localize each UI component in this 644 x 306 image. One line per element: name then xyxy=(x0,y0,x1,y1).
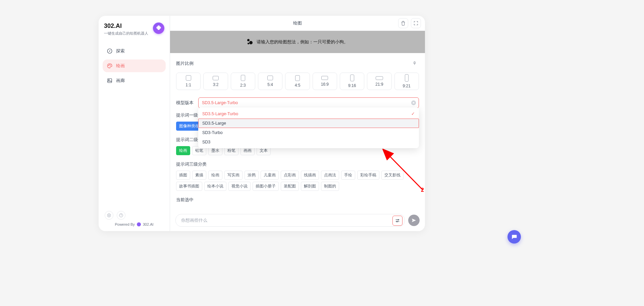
ratio-shape-icon xyxy=(321,76,328,80)
hint-text: 请输入您的绘图想法，例如：一只可爱的小狗。 xyxy=(257,39,348,45)
chip[interactable]: 视觉小说 xyxy=(228,182,251,191)
cat3-section: 提示词三级分类 插图素描绘画写实画涂鸦儿童画点彩画线描画点画法手绘彩绘手稿交叉影… xyxy=(176,161,419,191)
model-option[interactable]: SD3.5-Large xyxy=(198,119,419,128)
ratio-label: 4:5 xyxy=(295,83,301,88)
svg-point-7 xyxy=(108,215,110,216)
fullscreen-button[interactable] xyxy=(411,18,421,28)
ratio-option-16-9[interactable]: 16:9 xyxy=(313,73,337,90)
sidebar-item-gallery[interactable]: 画廊 xyxy=(103,74,166,87)
ratio-option-2-3[interactable]: 2:3 xyxy=(231,73,255,90)
sidebar-footer: Powered By 302.AI xyxy=(103,211,166,228)
pin-icon xyxy=(412,61,417,66)
model-option[interactable]: SD3 xyxy=(198,137,419,147)
sidebar-item-explore[interactable]: 探索 xyxy=(103,45,166,57)
chip[interactable]: 点画法 xyxy=(321,171,339,180)
ratio-section-title: 图片比例 xyxy=(176,60,194,67)
prompt-input[interactable]: 你想画些什么 xyxy=(175,214,405,227)
chip[interactable]: 绘本小说 xyxy=(204,182,226,191)
sidebar-item-label: 探索 xyxy=(116,48,125,54)
prompt-placeholder: 你想画些什么 xyxy=(181,217,207,223)
chip[interactable]: 插图 xyxy=(176,171,190,180)
chip[interactable]: 彩绘手稿 xyxy=(357,171,379,180)
sidebar: 302.AI 一键生成自己的绘图机器人 探索 绘画 画廊 xyxy=(99,16,170,231)
expand-icon xyxy=(413,20,419,26)
chat-fab-button[interactable] xyxy=(507,230,521,244)
powered-logo-icon xyxy=(137,222,141,226)
chip[interactable]: 绘画 xyxy=(208,171,222,180)
ratio-label: 1:1 xyxy=(185,83,191,87)
trash-icon xyxy=(400,20,406,26)
ratio-label: 21:9 xyxy=(375,82,383,87)
cat3-title: 提示词三级分类 xyxy=(176,161,419,167)
svg-point-3 xyxy=(109,64,110,65)
svg-marker-1 xyxy=(109,50,111,52)
image-icon xyxy=(107,78,113,84)
svg-rect-5 xyxy=(108,79,112,83)
svg-text:2: 2 xyxy=(421,187,424,192)
ratio-option-5-4[interactable]: 5:4 xyxy=(258,73,282,90)
settings-sliders-button[interactable] xyxy=(392,216,402,226)
check-icon: ✓ xyxy=(411,111,415,116)
model-option[interactable]: SD3-Turbo xyxy=(198,128,419,137)
brand-subtitle: 一键生成自己的绘图机器人 xyxy=(104,31,148,36)
ratio-label: 5:4 xyxy=(267,82,273,87)
ratio-label: 16:9 xyxy=(321,82,329,87)
help-button[interactable] xyxy=(117,211,125,220)
settings-button[interactable] xyxy=(105,211,113,220)
chip[interactable]: 故事书插图 xyxy=(176,182,202,191)
model-version-select[interactable]: SD3.5-Large-Turbo xyxy=(198,97,419,108)
trash-button[interactable] xyxy=(398,18,408,28)
ratio-option-1-1[interactable]: 1:1 xyxy=(176,73,201,90)
model-version-value: SD3.5-Large-Turbo xyxy=(202,100,238,105)
ratio-shape-icon xyxy=(405,74,409,82)
pin-button[interactable] xyxy=(410,59,419,68)
chip[interactable]: 插图小册子 xyxy=(253,182,279,191)
chip[interactable]: 交叉影线 xyxy=(381,171,404,180)
send-icon xyxy=(411,218,417,223)
composer-bar: 你想画些什么 xyxy=(170,210,425,231)
brand-block: 302.AI 一键生成自己的绘图机器人 xyxy=(103,21,166,43)
current-section: 当前选中 xyxy=(176,197,419,203)
question-icon xyxy=(119,213,123,218)
clear-select-button[interactable] xyxy=(411,100,416,105)
compass-icon xyxy=(107,48,113,54)
model-version-label: 模型版本 xyxy=(176,100,194,106)
chip[interactable]: 线描画 xyxy=(301,171,319,180)
chip[interactable]: 儿童画 xyxy=(261,171,279,180)
ratio-label: 9:16 xyxy=(348,83,356,88)
ratio-option-3-2[interactable]: 3:2 xyxy=(203,73,228,90)
ratio-shape-icon xyxy=(241,75,245,81)
sidebar-nav: 探索 绘画 画廊 xyxy=(103,45,166,87)
chip[interactable]: 手绘 xyxy=(341,171,355,180)
svg-point-9 xyxy=(121,216,121,216)
chip[interactable]: 素描 xyxy=(192,171,206,180)
brand-logo-icon xyxy=(153,23,164,34)
ratio-shape-icon xyxy=(267,76,273,80)
ratio-option-9-21[interactable]: 9:21 xyxy=(394,73,419,90)
brand-title: 302.AI xyxy=(104,23,148,30)
app-window: 302.AI 一键生成自己的绘图机器人 探索 绘画 画廊 xyxy=(99,16,425,231)
hint-banner: 请输入您的绘图想法，例如：一只可爱的小狗。 xyxy=(170,31,425,53)
chat-icon xyxy=(511,233,518,240)
ratio-option-4-5[interactable]: 4:5 xyxy=(285,73,310,90)
topbar: 绘图 xyxy=(170,16,425,31)
sidebar-item-draw[interactable]: 绘画 xyxy=(103,59,166,72)
model-version-row: 模型版本 SD3.5-Large-Turbo SD3.5-Large-Turbo… xyxy=(176,97,419,108)
ratio-option-9-16[interactable]: 9:16 xyxy=(340,73,364,90)
chip[interactable]: 制图的 xyxy=(321,182,339,191)
svg-point-2 xyxy=(108,65,109,66)
gear-icon xyxy=(107,213,111,218)
chip[interactable]: 写实画 xyxy=(224,171,243,180)
chip[interactable]: 点彩画 xyxy=(281,171,299,180)
ratio-label: 3:2 xyxy=(213,82,219,87)
sidebar-item-label: 画廊 xyxy=(116,78,125,84)
chip[interactable]: 绘画 xyxy=(176,146,190,155)
chip[interactable]: 装配图 xyxy=(281,182,299,191)
model-option[interactable]: SD3.5-Large-Turbo✓ xyxy=(198,109,419,119)
send-button[interactable] xyxy=(408,215,420,226)
chip[interactable]: 解剖图 xyxy=(301,182,319,191)
chip[interactable]: 涂鸦 xyxy=(245,171,259,180)
content-area: 图片比例 1:13:22:35:44:516:99:1621:99:21 模型版… xyxy=(170,53,425,210)
main-panel: 绘图 请输入您的绘图想法，例如：一只可爱的小狗。 图片比例 xyxy=(170,16,425,231)
ratio-option-21-9[interactable]: 21:9 xyxy=(367,73,391,90)
